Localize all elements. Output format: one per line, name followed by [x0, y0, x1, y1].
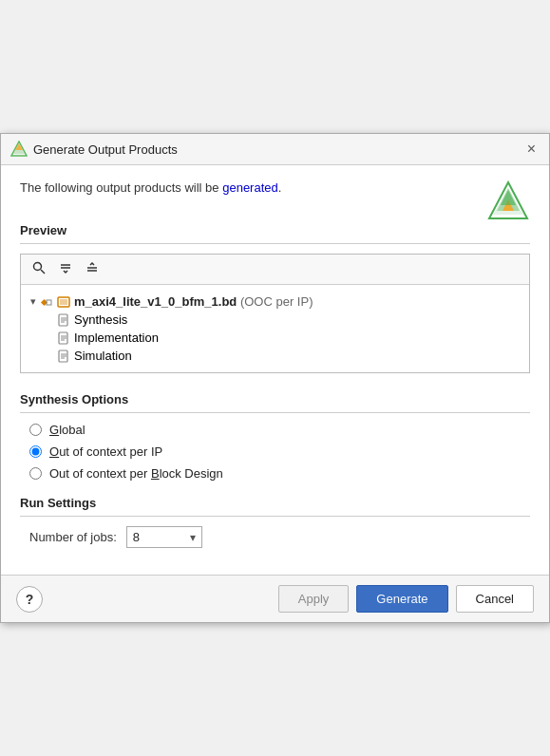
- footer: ? Apply Generate Cancel: [1, 575, 549, 622]
- synthesis-file-icon: [57, 313, 70, 327]
- radio-ooc-per-ip-label: Out of context per IP: [49, 444, 162, 459]
- tree-item-implementation: Implementation: [57, 329, 520, 347]
- tree-root-item: ▾ m_axi4_lite_v1_0_bfm_1.bd (OOC: [30, 293, 520, 311]
- intro-highlight: generated: [222, 180, 278, 195]
- tree-item-synthesis: Synthesis: [57, 311, 520, 329]
- svg-point-8: [34, 263, 42, 271]
- expand-button[interactable]: [80, 258, 104, 280]
- close-button[interactable]: ×: [523, 140, 540, 159]
- jobs-select[interactable]: 8 ▾: [126, 526, 202, 548]
- dialog-content: The following output products will be ge…: [1, 165, 549, 575]
- hierarchy-icon: [40, 295, 53, 309]
- radio-ooc-per-bd-label: Out of context per Block Design: [49, 466, 223, 481]
- help-button[interactable]: ?: [16, 586, 43, 613]
- implementation-file-icon: [57, 331, 70, 345]
- implementation-label: Implementation: [74, 331, 159, 345]
- jobs-value: 8: [133, 530, 182, 544]
- intro-text: The following output products will be ge…: [20, 180, 281, 195]
- vivado-logo: [487, 180, 530, 223]
- cancel-button[interactable]: Cancel: [456, 585, 534, 613]
- bd-icon: [57, 295, 70, 309]
- tree-toggle[interactable]: ▾: [30, 295, 36, 308]
- root-node-name: m_axi4_lite_v1_0_bfm_1.bd (OOC per IP): [74, 294, 313, 309]
- preview-content: ▾ m_axi4_lite_v1_0_bfm_1.bd (OOC: [21, 285, 529, 372]
- root-node-suffix: (OOC per IP): [240, 294, 313, 309]
- preview-divider: [20, 243, 530, 244]
- radio-ooc-per-ip-input[interactable]: [29, 445, 42, 458]
- synthesis-options-title: Synthesis Options: [20, 392, 530, 406]
- tree-children: Synthesis Implementation: [57, 311, 520, 365]
- radio-ooc-per-bd[interactable]: Out of context per Block Design: [29, 466, 530, 481]
- search-button[interactable]: [27, 258, 51, 280]
- vivado-icon: [10, 141, 28, 158]
- preview-toolbar: [21, 255, 529, 285]
- preview-box: ▾ m_axi4_lite_v1_0_bfm_1.bd (OOC: [20, 254, 530, 373]
- run-settings-title: Run Settings: [20, 496, 530, 510]
- title-bar-left: Generate Output Products: [10, 141, 178, 158]
- jobs-dropdown-arrow: ▾: [190, 531, 196, 544]
- search-icon: [32, 261, 46, 274]
- synthesis-options-divider: [20, 412, 530, 413]
- tree-item-simulation: Simulation: [57, 347, 520, 365]
- run-settings-divider: [20, 516, 530, 517]
- radio-global-label: Global: [49, 423, 85, 437]
- synthesis-options-section: Synthesis Options Global Out of context …: [20, 392, 530, 481]
- preview-section: Preview: [20, 223, 530, 373]
- intro-row: The following output products will be ge…: [20, 180, 530, 223]
- title-bar: Generate Output Products ×: [1, 134, 549, 165]
- jobs-label: Number of jobs:: [29, 530, 117, 544]
- synthesis-label: Synthesis: [74, 312, 127, 327]
- preview-section-title: Preview: [20, 223, 530, 237]
- simulation-label: Simulation: [74, 349, 132, 363]
- simulation-file-icon: [57, 350, 70, 363]
- collapse-icon: [59, 261, 72, 274]
- jobs-row: Number of jobs: 8 ▾: [20, 526, 530, 548]
- run-settings-section: Run Settings Number of jobs: 8 ▾: [20, 496, 530, 548]
- svg-line-9: [41, 270, 45, 274]
- dialog-title: Generate Output Products: [33, 142, 178, 157]
- radio-group: Global Out of context per IP Out of cont…: [20, 423, 530, 481]
- expand-icon: [85, 261, 99, 274]
- radio-ooc-per-ip[interactable]: Out of context per IP: [29, 444, 530, 459]
- apply-button[interactable]: Apply: [278, 585, 350, 613]
- dialog-window: Generate Output Products × The following…: [0, 133, 550, 623]
- collapse-button[interactable]: [53, 258, 78, 280]
- radio-global[interactable]: Global: [29, 423, 530, 437]
- svg-rect-17: [60, 299, 67, 305]
- radio-global-input[interactable]: [29, 424, 42, 436]
- generate-button[interactable]: Generate: [356, 585, 447, 613]
- radio-ooc-per-bd-input[interactable]: [29, 467, 42, 480]
